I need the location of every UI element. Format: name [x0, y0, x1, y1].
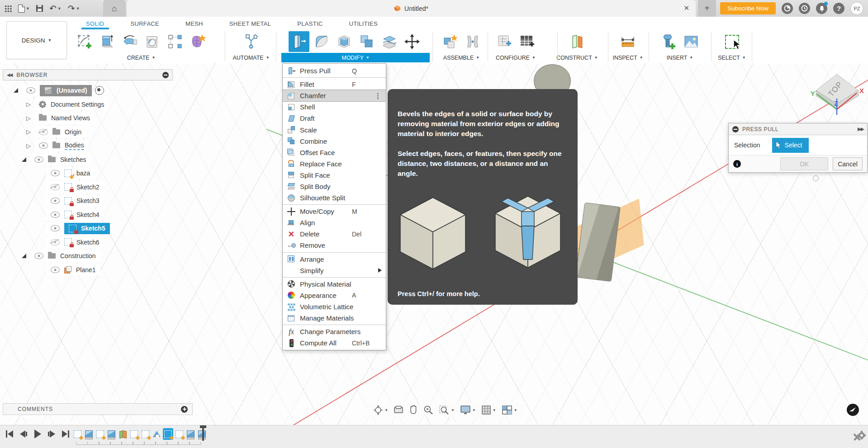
menu-item-chamfer[interactable]: Chamfer ⋮	[283, 90, 386, 101]
construct-group-label[interactable]: CONSTRUCT▼	[560, 53, 594, 62]
automate-group-label[interactable]: AUTOMATE▼	[228, 53, 274, 62]
menu-item-align[interactable]: Align	[283, 217, 386, 228]
collapsed-arrow-icon[interactable]: ▷	[26, 143, 31, 149]
menu-item-change-parameters[interactable]: Change Parameters	[283, 326, 386, 337]
select-button[interactable]: Select	[772, 138, 809, 153]
visibility-eye-off-icon[interactable]	[51, 184, 60, 190]
inspect-group-label[interactable]: INSPECT▼	[611, 53, 645, 62]
app-grid-icon[interactable]	[5, 5, 12, 12]
visibility-eye-icon[interactable]	[51, 212, 60, 218]
display-settings-button[interactable]: ▼	[459, 405, 477, 415]
tree-row-sketch6[interactable]: Sketch6	[3, 236, 173, 250]
expand-arrow-icon[interactable]	[22, 157, 26, 162]
add-comment-icon[interactable]	[181, 406, 188, 413]
timeline-feature-extrude[interactable]	[185, 428, 196, 440]
manipulator-dot[interactable]	[813, 175, 819, 181]
construct-plane-button[interactable]	[567, 31, 588, 52]
tree-row-baza[interactable]: baza	[3, 166, 173, 180]
tab-solid[interactable]: SOLID	[84, 17, 106, 30]
play-button[interactable]	[33, 429, 43, 439]
browser-minimize-icon[interactable]	[162, 72, 169, 78]
menu-item-remove[interactable]: Remove	[283, 240, 386, 251]
save-icon[interactable]	[36, 5, 43, 12]
tree-row-sketch4[interactable]: Sketch4	[3, 208, 173, 222]
insert-mcmaster-button[interactable]	[658, 31, 679, 52]
tree-row-construction[interactable]: Construction	[3, 249, 173, 263]
selected-row-highlight[interactable]: Sketch5	[64, 223, 110, 234]
tree-row-origin[interactable]: ▷ Origin	[3, 125, 173, 139]
move-button[interactable]	[402, 31, 422, 52]
tab-mesh[interactable]: MESH	[184, 17, 205, 30]
collapsed-arrow-icon[interactable]: ▷	[26, 129, 31, 135]
browser-collapse-icon[interactable]: ◀◀	[7, 72, 12, 77]
feedback-bubble-icon[interactable]	[847, 404, 859, 416]
tab-sheet-metal[interactable]: SHEET METAL	[228, 17, 273, 30]
home-tab[interactable]: ⌂	[103, 0, 126, 17]
model-body[interactable]	[575, 203, 621, 282]
insert-group-label[interactable]: INSERT▼	[651, 53, 708, 62]
menu-item-volumetric-lattice[interactable]: Volumetric Lattice	[283, 301, 386, 312]
new-tab-button[interactable]: +	[698, 0, 716, 17]
menu-item-draft[interactable]: Draft	[283, 113, 386, 124]
automate-button[interactable]	[241, 31, 261, 52]
menu-item-delete[interactable]: Delete Del	[283, 228, 386, 240]
configure-group-label[interactable]: CONFIGURE▼	[489, 53, 542, 62]
shell-button[interactable]	[334, 31, 355, 52]
visibility-eye-icon[interactable]	[51, 170, 60, 176]
menu-item-manage-materials[interactable]: Manage Materials	[283, 312, 386, 324]
timeline-feature-sketch[interactable]	[129, 428, 139, 440]
tab-surface[interactable]: SURFACE	[129, 17, 161, 30]
visibility-eye-icon[interactable]	[26, 87, 35, 94]
new-component-button[interactable]	[440, 31, 460, 52]
viewports-button[interactable]: ▼	[500, 405, 519, 415]
more-options-icon[interactable]: ⋮	[375, 92, 381, 100]
step-back-button[interactable]	[19, 429, 28, 439]
timeline-feature-construction-plane[interactable]	[118, 428, 128, 440]
timeline-feature-sketch-selected[interactable]	[163, 428, 173, 440]
collapsed-arrow-icon[interactable]: ▷	[26, 101, 31, 107]
configuration-table-button[interactable]	[517, 31, 537, 52]
root-document-chip[interactable]: (Unsaved)	[40, 85, 92, 96]
subscribe-now-button[interactable]: Subscribe Now	[720, 2, 776, 14]
create-form-button[interactable]	[187, 31, 208, 52]
tree-row-root[interactable]: (Unsaved)	[3, 84, 173, 98]
document-tab[interactable]: Untitled* ✕	[127, 0, 696, 17]
press-pull-button[interactable]	[289, 31, 309, 52]
menu-item-scale[interactable]: Scale	[283, 124, 386, 135]
extrude-button[interactable]	[97, 31, 118, 52]
menu-item-split-body[interactable]: Split Body	[283, 181, 386, 192]
ok-button[interactable]: OK	[780, 157, 828, 170]
timeline-playhead[interactable]	[202, 426, 204, 441]
expand-arrow-icon[interactable]	[22, 254, 26, 258]
collapsed-arrow-icon[interactable]: ▷	[26, 115, 31, 121]
visibility-eye-icon[interactable]	[51, 267, 60, 273]
tree-row-bodies[interactable]: ▷ Bodies	[3, 139, 173, 153]
tree-row-plane1[interactable]: Plane1	[3, 263, 173, 277]
timeline-feature-extrude[interactable]	[84, 428, 94, 440]
joint-button[interactable]	[462, 31, 483, 52]
select-group-label[interactable]: SELECT▼	[714, 53, 750, 62]
menu-item-fillet[interactable]: Fillet F	[283, 79, 386, 90]
create-sketch-button[interactable]	[74, 31, 95, 52]
go-to-end-button[interactable]	[61, 429, 71, 439]
redo-icon[interactable]: ↷▼	[68, 4, 80, 13]
insert-image-button[interactable]	[681, 31, 702, 52]
step-forward-button[interactable]	[47, 429, 57, 439]
activate-radio-button[interactable]	[95, 86, 104, 95]
timeline-feature-sketch[interactable]	[174, 428, 185, 440]
visibility-eye-icon[interactable]	[51, 198, 60, 204]
dialog-header[interactable]: PRESS PULL ▶▶	[729, 123, 867, 135]
visibility-eye-off-icon[interactable]	[39, 129, 48, 135]
timeline-feature-sketch[interactable]	[140, 428, 151, 440]
look-at-button[interactable]	[392, 406, 405, 415]
extensions-icon[interactable]	[782, 3, 793, 14]
tree-row-sketch3[interactable]: Sketch3	[3, 194, 173, 208]
new-configuration-button[interactable]	[494, 31, 515, 52]
visibility-eye-icon[interactable]	[34, 253, 43, 259]
zoom-window-button[interactable]: ▼	[437, 405, 456, 415]
expand-arrow-icon[interactable]	[14, 88, 18, 93]
grid-snap-button[interactable]: ▼	[480, 405, 498, 415]
timeline-feature-sketch[interactable]	[95, 428, 105, 440]
menu-item-press-pull[interactable]: Press Pull Q	[283, 65, 386, 76]
menu-item-appearance[interactable]: Appearance A	[283, 290, 386, 301]
